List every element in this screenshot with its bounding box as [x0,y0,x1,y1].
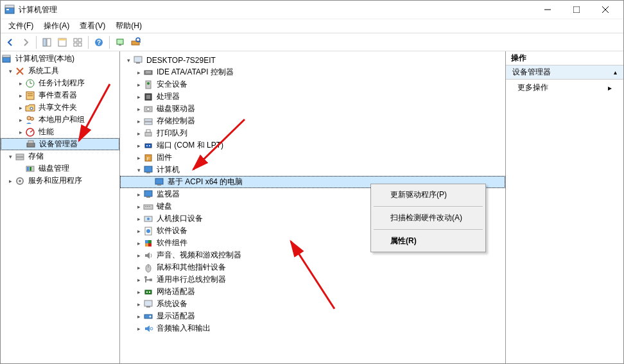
expander-icon[interactable]: ▸ [134,275,143,284]
expander-icon[interactable]: ▾ [124,56,133,65]
expander-icon[interactable]: ▸ [134,312,143,321]
close-button[interactable] [591,1,620,19]
device-category-label: 通用串行总线控制器 [155,274,226,285]
expander-icon[interactable]: ▸ [134,202,143,211]
svg-rect-78 [145,240,148,243]
actions-section[interactable]: 设备管理器 ▴ [506,65,623,80]
device-category-label: 音频输入和输出 [155,323,211,334]
ctx-update-driver[interactable]: 更新驱动程序(P) [372,186,484,204]
context-menu[interactable]: 更新驱动程序(P) 扫描检测硬件改动(A) 属性(R) [370,184,486,252]
help-button[interactable]: ? [92,35,106,49]
expander-icon[interactable]: ▸ [134,263,143,272]
menu-view[interactable]: 查看(V) [74,19,110,33]
export-button[interactable] [55,35,69,49]
expander-icon[interactable]: ▸ [134,92,143,101]
device-category[interactable]: ▸处理器 [120,91,505,103]
expander-icon[interactable]: ▸ [134,300,143,309]
forward-button[interactable] [19,35,33,49]
expander-icon[interactable]: ▸ [134,227,143,236]
expander-icon[interactable]: ▸ [134,324,143,333]
expander-icon[interactable]: ▸ [16,128,25,137]
expander-icon[interactable]: ▸ [16,103,25,112]
expander-icon[interactable]: ▸ [134,68,143,77]
expander-icon[interactable]: ▸ [134,239,143,248]
expander-icon[interactable]: ▸ [6,177,15,186]
tree-services[interactable]: ▸ 服务和应用程序 [1,175,119,187]
expander-icon[interactable]: ▾ [6,152,15,161]
expander-icon[interactable]: ▸ [134,80,143,89]
expander-icon[interactable]: ▸ [134,105,143,114]
device-category-label: 系统设备 [155,299,187,309]
device-icon: F [143,153,153,163]
tree-disk-mgmt[interactable]: 磁盘管理 [1,162,119,175]
svg-rect-13 [74,43,77,46]
svg-rect-4 [573,6,580,13]
svg-rect-59 [145,144,152,148]
device-manager-label: 设备管理器 [38,139,78,150]
svg-point-77 [146,229,150,233]
device-category[interactable]: ▸存储控制器 [120,115,505,127]
minimize-button[interactable] [533,1,562,19]
scan-button[interactable] [128,35,143,49]
device-icon [143,226,153,236]
device-root[interactable]: ▾ DESKTOP-7S29EIT [120,54,505,66]
services-label: 服务和应用程序 [27,175,82,186]
menu-file[interactable]: 文件(F) [3,19,39,33]
device-computer[interactable]: ▾ 计算机 [120,164,505,176]
menu-action[interactable]: 操作(A) [39,19,74,33]
device-category[interactable]: ▸鼠标和其他指针设备 [120,261,505,273]
device-category[interactable]: ▸通用串行总线控制器 [120,273,505,286]
device-category[interactable]: ▸显示适配器 [120,310,505,322]
maximize-button[interactable] [562,1,591,19]
expander-icon[interactable]: ▸ [134,214,143,223]
device-category-label: 存储控制器 [155,116,195,126]
device-category[interactable]: ▸音频输入和输出 [120,322,505,334]
refresh-button[interactable] [113,35,127,49]
properties-button[interactable] [71,35,85,49]
expander-icon[interactable]: ▸ [134,251,143,260]
tree-storage[interactable]: ▾ 存储 [1,150,119,162]
device-category[interactable]: ▸磁盘驱动器 [120,103,505,115]
device-category[interactable]: ▸系统设备 [120,298,505,310]
expander-icon[interactable]: ▸ [134,117,143,126]
svg-point-50 [147,82,150,85]
tree-event-viewer[interactable]: ▸ 事件查看器 [1,89,119,101]
tree-performance[interactable]: ▸ 性能 [1,126,119,138]
back-button[interactable] [3,35,17,49]
tree-shared-folders[interactable]: ▸ 共享文件夹 [1,101,119,114]
show-hide-button[interactable] [40,35,54,49]
tree-local-users[interactable]: ▸ 本地用户和组 [1,114,119,126]
tree-system-tools[interactable]: ▾ 系统工具 [1,65,119,77]
ctx-properties[interactable]: 属性(R) [372,232,484,250]
toolbar-separator [88,36,89,49]
expander-icon[interactable]: ▸ [134,190,143,199]
svg-rect-67 [157,184,161,186]
device-category[interactable]: ▸IDE ATA/ATAPI 控制器 [120,66,505,78]
menu-help[interactable]: 帮助(H) [110,19,147,33]
device-category[interactable]: ▸安全设备 [120,78,505,91]
clock-icon [25,78,35,89]
expander-icon[interactable]: ▾ [134,166,143,175]
tree-root[interactable]: 计算机管理(本地) [1,53,119,65]
ctx-scan-hardware[interactable]: 扫描检测硬件改动(A) [372,209,484,227]
svg-rect-71 [145,206,146,207]
expander-icon[interactable]: ▸ [16,116,25,125]
toolbar-separator [36,36,37,49]
device-category[interactable]: ▸打印队列 [120,127,505,139]
expander-icon[interactable]: ▸ [134,129,143,138]
device-category[interactable]: ▸网络适配器 [120,286,505,298]
expander-icon[interactable]: ▸ [16,91,25,100]
expander-icon[interactable]: ▸ [134,153,143,162]
expander-icon[interactable]: ▸ [16,79,25,88]
expander-icon[interactable]: ▸ [134,288,143,297]
device-icon [143,104,153,114]
tree-device-manager[interactable]: 设备管理器 [1,138,119,150]
left-tree[interactable]: 计算机管理(本地) ▾ 系统工具 ▸ 任务计划程序 ▸ 事件查看器 [1,51,119,363]
expander-icon[interactable]: ▾ [6,67,15,76]
device-category[interactable]: ▸端口 (COM 和 LPT) [120,139,505,152]
tree-task-scheduler[interactable]: ▸ 任务计划程序 [1,77,119,89]
more-actions[interactable]: 更多操作 ▸ [506,80,623,96]
expander-icon[interactable]: ▸ [134,141,143,150]
svg-rect-37 [16,154,24,157]
device-category[interactable]: ▸F固件 [120,152,505,164]
